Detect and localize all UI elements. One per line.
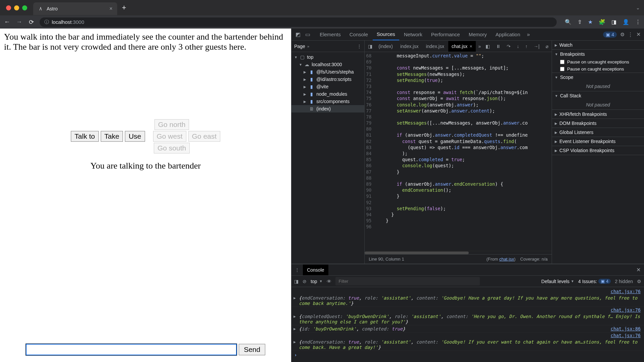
close-window-button[interactable] <box>6 5 11 10</box>
go-south-button[interactable]: Go south <box>154 143 190 153</box>
file-tab-indexjsx1[interactable]: index.jsx <box>397 41 422 52</box>
tabs-dropdown-icon[interactable]: ⌄ <box>636 5 640 10</box>
share-icon[interactable]: ⇧ <box>578 19 582 25</box>
toggle-sidebar-icon[interactable]: ◨ <box>294 279 298 284</box>
hidden-messages[interactable]: 2 hidden <box>615 279 633 284</box>
tree-folder-node-modules[interactable]: ▶▮node_modules <box>291 90 364 98</box>
sources-page-header[interactable]: Page » ⋮ <box>291 41 364 52</box>
pause-icon[interactable]: ⏸ <box>494 42 503 50</box>
talk-to-button[interactable]: Talk to <box>71 131 99 142</box>
devtools-settings-icon[interactable]: ⚙ <box>620 32 625 38</box>
tab-console[interactable]: Console <box>346 29 372 40</box>
bookmark-icon[interactable]: ★ <box>588 19 593 25</box>
pause-uncaught-checkbox[interactable]: Pause on uncaught exceptions <box>552 58 644 65</box>
url-field[interactable]: ⓘ localhost:3000 <box>40 17 557 27</box>
more-file-tabs-icon[interactable]: » <box>476 42 483 50</box>
console-log-row[interactable]: ▶ {id: 'buyDrOwenDrink', completed: true… <box>291 325 644 332</box>
take-button[interactable]: Take <box>101 131 123 142</box>
extensions-icon[interactable]: 🧩 <box>599 19 605 25</box>
tree-folder-id[interactable]: ▶▮@id/astro:scripts <box>291 76 364 83</box>
tree-file-index[interactable]: 🗎(index) <box>291 105 364 112</box>
tab-performance[interactable]: Performance <box>427 29 464 40</box>
execution-context-selector[interactable]: top▼ <box>311 279 322 284</box>
toggle-debugger-icon[interactable]: ◧ <box>484 42 492 50</box>
go-west-button[interactable]: Go west <box>153 131 186 142</box>
callstack-section[interactable]: ▼Call Stack <box>552 91 644 100</box>
log-source-link[interactable]: chat.jsx:76 <box>291 332 644 338</box>
profile-icon[interactable]: 👤 <box>623 19 629 25</box>
console-filter-input[interactable] <box>335 277 480 285</box>
tab-elements[interactable]: Elements <box>316 29 345 40</box>
tree-folder-vite[interactable]: ▶▮@vite <box>291 83 364 90</box>
tree-folder-src-components[interactable]: ▶▮src/components <box>291 98 364 105</box>
issues-indicator[interactable]: 4 Issues: ▣ 4 <box>578 279 611 284</box>
tab-memory[interactable]: Memory <box>465 29 491 40</box>
send-button[interactable]: Send <box>239 344 265 355</box>
breakpoints-section[interactable]: ▼Breakpoints <box>552 50 644 58</box>
live-expression-icon[interactable]: 👁 <box>327 279 331 284</box>
tree-folder-fs[interactable]: ▶▮@fs/Users/stepha <box>291 68 364 76</box>
go-east-button[interactable]: Go east <box>188 131 221 142</box>
dom-breakpoints-section[interactable]: ▶DOM Breakpoints <box>552 119 644 128</box>
xhr-breakpoints-section[interactable]: ▶XHR/fetch Breakpoints <box>552 110 644 119</box>
minimize-window-button[interactable] <box>14 5 19 10</box>
use-button[interactable]: Use <box>125 131 145 142</box>
tab-sources[interactable]: Sources <box>373 29 399 40</box>
devtools-menu-icon[interactable]: ⋮ <box>628 32 633 38</box>
inspect-element-icon[interactable]: ◩ <box>293 30 303 39</box>
sidepanel-icon[interactable]: ◨ <box>611 19 616 25</box>
pause-caught-checkbox[interactable]: Pause on caught exceptions <box>552 65 644 73</box>
step-over-icon[interactable]: ↷ <box>505 42 513 50</box>
chat-input[interactable] <box>26 344 237 355</box>
file-tab-index[interactable]: (index) <box>375 41 396 52</box>
drawer-menu-icon[interactable]: ⋮ <box>293 267 301 273</box>
step-out-icon[interactable]: ↑ <box>523 42 530 50</box>
tab-application[interactable]: Application <box>492 29 524 40</box>
horizontal-scrollbar[interactable] <box>365 251 552 254</box>
log-source-link[interactable]: chat.jsx:86 <box>607 326 641 331</box>
device-toolbar-icon[interactable]: ▭ <box>303 30 312 39</box>
back-button[interactable]: ← <box>3 18 11 26</box>
watch-section[interactable]: ▶Watch <box>552 41 644 49</box>
tree-host[interactable]: ▼☁localhost:3000 <box>291 61 364 68</box>
reload-button[interactable]: ⟳ <box>28 18 35 26</box>
log-levels-selector[interactable]: Default levels ▼ <box>541 279 574 284</box>
forward-button[interactable]: → <box>15 18 23 26</box>
log-source-link[interactable]: chat.jsx:76 <box>291 288 644 295</box>
close-drawer-icon[interactable]: ✕ <box>635 267 642 273</box>
file-tab-indexjsx2[interactable]: index.jsx <box>422 41 447 52</box>
tab-network[interactable]: Network <box>400 29 426 40</box>
global-listeners-section[interactable]: ▶Global Listeners <box>552 128 644 137</box>
deactivate-breakpoints-icon[interactable]: ⌀ <box>544 42 550 50</box>
console-settings-icon[interactable]: ⚙ <box>637 279 641 284</box>
new-tab-button[interactable]: + <box>122 3 126 12</box>
toggle-navigator-icon[interactable]: ◨ <box>366 42 374 50</box>
console-log-row[interactable]: ▶ {endConversation: true, role: 'assista… <box>291 295 644 307</box>
console-log-row[interactable]: ▶ {completedQuest: 'buyDrOwenDrink', rol… <box>291 313 644 325</box>
maximize-window-button[interactable] <box>22 5 27 10</box>
site-info-icon[interactable]: ⓘ <box>44 19 49 25</box>
tree-top[interactable]: ▼▢top <box>291 53 364 61</box>
code-editor[interactable]: 6869707172737475767778798081828384858687… <box>365 52 552 251</box>
browser-tab[interactable]: Astro × <box>33 2 117 15</box>
navigator-menu-icon[interactable]: ⋮ <box>357 44 362 49</box>
clear-console-icon[interactable]: ⊘ <box>303 279 307 284</box>
zoom-icon[interactable]: 🔍 <box>565 19 571 25</box>
event-listener-breakpoints-section[interactable]: ▶Event Listener Breakpoints <box>552 137 644 146</box>
go-north-button[interactable]: Go north <box>154 119 189 130</box>
step-icon[interactable]: →| <box>532 42 542 50</box>
devtools-close-icon[interactable]: ✕ <box>635 31 642 38</box>
console-log-row[interactable]: ▶ {endConversation: true, role: 'assista… <box>291 338 644 351</box>
step-into-icon[interactable]: ↓ <box>515 42 521 50</box>
file-tab-chatjsx[interactable]: chat.jsx× <box>448 41 476 52</box>
close-tab-icon[interactable]: × <box>109 6 112 12</box>
log-source-link[interactable]: chat.jsx:76 <box>291 307 644 313</box>
more-tabs-icon[interactable]: » <box>525 30 532 39</box>
browser-menu-icon[interactable]: ⋮ <box>635 19 641 25</box>
close-file-icon[interactable]: × <box>469 44 472 49</box>
csp-breakpoints-section[interactable]: ▶CSP Violation Breakpoints <box>552 146 644 155</box>
console-drawer-tab[interactable]: Console <box>303 265 328 275</box>
issues-badge[interactable]: ▣ 4 <box>603 32 617 38</box>
scope-section[interactable]: ▼Scope <box>552 73 644 82</box>
console-prompt[interactable]: › <box>291 351 644 359</box>
